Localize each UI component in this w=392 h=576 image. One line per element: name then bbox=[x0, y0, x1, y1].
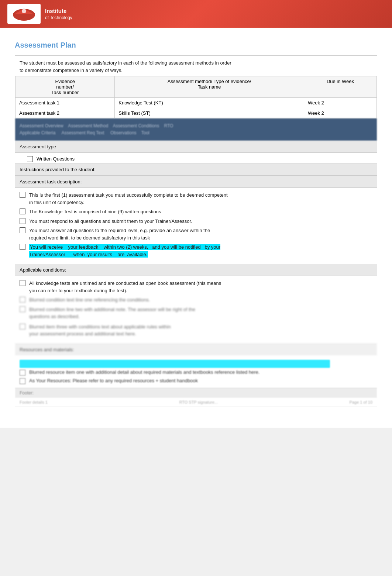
checkbox-icon bbox=[20, 192, 25, 198]
highlighted-feedback-text: You will receive your feedback within tw… bbox=[29, 244, 220, 258]
checkbox-icon bbox=[20, 218, 25, 224]
table-row: Assessment task 2 Skills Test (ST) Week … bbox=[16, 108, 377, 118]
instructions-label: Instructions provided to the student: bbox=[15, 163, 377, 176]
header-title: Instituteof Technology bbox=[45, 8, 72, 20]
method-1: Knowledge Test (KT) bbox=[115, 98, 304, 108]
list-item-blurred: Blurred condition line two with addition… bbox=[20, 306, 372, 320]
task-desc-label: Assessment task description: bbox=[15, 176, 377, 188]
list-item: You will receive your feedback within tw… bbox=[20, 244, 372, 258]
due-2: Week 2 bbox=[304, 108, 376, 118]
written-questions-row: Written Questions bbox=[15, 153, 377, 163]
checkbox-icon bbox=[20, 370, 25, 376]
page-title: Assessment Plan bbox=[15, 41, 377, 49]
checkbox-icon bbox=[20, 297, 25, 303]
header: Instituteof Technology bbox=[0, 0, 392, 28]
list-item: All knowledge tests are untimed and are … bbox=[20, 280, 372, 294]
resources-section: Resources and materials: Blurred resourc… bbox=[15, 344, 377, 388]
checkbox-icon bbox=[20, 378, 25, 384]
assessment-table: Evidence number/ Task number Assessment … bbox=[15, 76, 377, 118]
col2-header: Assessment method/ Type of evidence/ Tas… bbox=[115, 76, 304, 98]
footer-col3: Page 1 of 10 bbox=[350, 400, 372, 404]
resources-content: Blurred resource item one with additiona… bbox=[15, 355, 377, 388]
assessment-plan-box: The student must be assessed as satisfac… bbox=[15, 55, 377, 407]
checkbox-icon bbox=[20, 244, 25, 250]
main-content: Assessment Plan The student must be asse… bbox=[0, 28, 392, 428]
list-item: The Knowledge Test is comprised of nine … bbox=[20, 208, 372, 215]
checkbox-icon bbox=[20, 227, 25, 233]
list-item-blurred: Blurred condition text line one referenc… bbox=[20, 296, 372, 304]
list-item: You must respond to all questions and su… bbox=[20, 218, 372, 225]
footer-col2: RTO STP signature... bbox=[179, 400, 218, 404]
list-item-blurred: Blurred item three with conditions text … bbox=[20, 323, 372, 338]
svg-point-2 bbox=[22, 9, 26, 13]
resources-highlight-bar bbox=[20, 360, 330, 368]
conditions-bullet-list: All knowledge tests are untimed and are … bbox=[20, 280, 372, 338]
footer-section: Footer: bbox=[15, 388, 377, 398]
table-row: Assessment task 1 Knowledge Test (KT) We… bbox=[16, 98, 377, 108]
logo bbox=[7, 4, 41, 24]
intro-text: The student must be assessed as satisfac… bbox=[15, 56, 377, 76]
list-item: You must answer all questions to the req… bbox=[20, 227, 372, 241]
resources-header: Resources and materials: bbox=[15, 344, 377, 355]
bullet-items-section: This is the first (1) assessment task yo… bbox=[15, 188, 377, 264]
footer-row: Footer details 1 RTO STP signature... Pa… bbox=[15, 398, 377, 407]
checkbox-icon bbox=[20, 306, 25, 312]
assessment-type-value: Written Questions bbox=[37, 156, 75, 162]
checkbox-icon bbox=[20, 280, 25, 286]
col1-header: Evidence number/ Task number bbox=[16, 76, 115, 98]
checkbox-icon bbox=[20, 208, 25, 214]
assessment-type-header: Assessment type bbox=[15, 141, 377, 153]
blurred-nav-section: Assessment Overview Assessment Method As… bbox=[15, 118, 377, 141]
due-1: Week 2 bbox=[304, 98, 376, 108]
method-2: Skills Test (ST) bbox=[115, 108, 304, 118]
task-bullet-list: This is the first (1) assessment task yo… bbox=[20, 192, 372, 258]
col3-header: Due in Week bbox=[304, 76, 376, 98]
conditions-header: Applicable conditions: bbox=[15, 264, 377, 276]
checkbox-icon bbox=[20, 324, 25, 330]
footer-col1: Footer details 1 bbox=[20, 400, 48, 404]
list-item: This is the first (1) assessment task yo… bbox=[20, 192, 372, 206]
conditions-content: All knowledge tests are untimed and are … bbox=[15, 276, 377, 344]
evidence-2: Assessment task 2 bbox=[16, 108, 115, 118]
evidence-1: Assessment task 1 bbox=[16, 98, 115, 108]
checkbox-icon bbox=[27, 156, 33, 162]
